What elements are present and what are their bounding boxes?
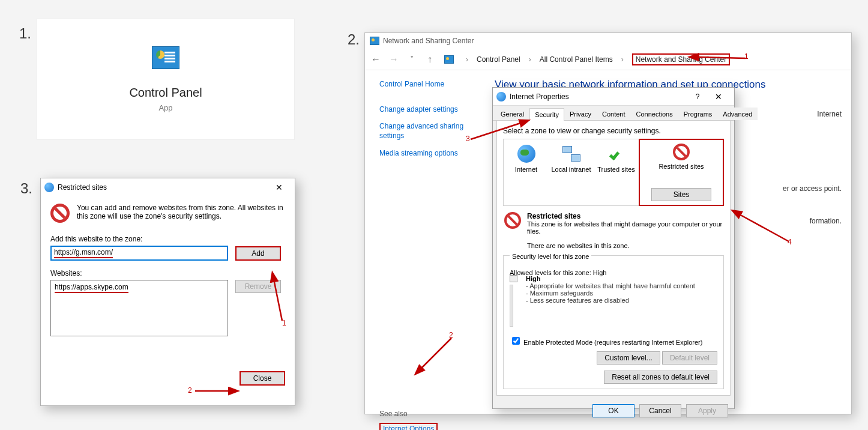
breadcrumb-icon bbox=[444, 55, 454, 64]
globe-icon bbox=[517, 145, 535, 163]
control-panel-tile[interactable]: Control Panel App bbox=[37, 19, 294, 139]
bullet: Maximum safeguards bbox=[526, 289, 695, 297]
step-3-label: 3. bbox=[20, 180, 32, 197]
add-button[interactable]: Add bbox=[235, 246, 281, 261]
apply-button[interactable]: Apply bbox=[686, 404, 728, 417]
dialog-description: You can add and remove websites from thi… bbox=[77, 204, 285, 223]
sidebar-advanced[interactable]: Change advanced sharing settings bbox=[379, 122, 479, 141]
sidebar-home[interactable]: Control Panel Home bbox=[379, 80, 479, 88]
security-level-legend: Security level for this zone bbox=[510, 253, 591, 260]
info-fragment: formation. bbox=[810, 217, 842, 225]
close-button[interactable]: Close bbox=[240, 371, 285, 386]
add-website-value: https://g.msn.com/ bbox=[54, 248, 113, 258]
websites-label: Websites: bbox=[50, 269, 285, 277]
security-slider[interactable] bbox=[510, 275, 517, 282]
restricted-description: This zone is for websites that might dam… bbox=[527, 220, 723, 235]
help-icon[interactable]: ? bbox=[689, 92, 707, 101]
tab-general[interactable]: General bbox=[495, 108, 529, 120]
cancel-button[interactable]: Cancel bbox=[639, 404, 681, 417]
zone-restricted[interactable]: Restricted sites Sites bbox=[639, 139, 724, 206]
internet-properties-dialog: Internet Properties ? ✕ General Security… bbox=[492, 87, 735, 409]
tile-title: Control Panel bbox=[129, 86, 202, 100]
control-panel-icon bbox=[370, 37, 379, 45]
sidebar-adapter[interactable]: Change adapter settings bbox=[379, 105, 479, 114]
check-icon bbox=[607, 145, 625, 163]
tab-connections[interactable]: Connections bbox=[630, 108, 678, 120]
nav-recent-icon[interactable]: ˅ bbox=[406, 55, 418, 64]
window-title: Network and Sharing Center bbox=[383, 37, 474, 45]
add-website-label: Add this website to the zone: bbox=[50, 235, 285, 243]
restricted-sites-dialog: Restricted sites ✕ You can add and remov… bbox=[40, 178, 295, 406]
nav-back-icon[interactable]: ← bbox=[370, 54, 382, 65]
restricted-empty: There are no websites in this zone. bbox=[527, 242, 723, 249]
add-website-input[interactable]: https://g.msn.com/ bbox=[50, 246, 228, 261]
window-title-bar: Network and Sharing Center bbox=[365, 33, 851, 49]
ok-button[interactable]: OK bbox=[592, 404, 634, 417]
tab-advanced[interactable]: Advanced bbox=[717, 108, 758, 120]
close-icon[interactable]: ✕ bbox=[707, 92, 731, 101]
close-icon[interactable]: ✕ bbox=[267, 183, 291, 192]
intranet-icon bbox=[562, 146, 580, 162]
protected-mode-label: Enable Protected Mode (requires restarti… bbox=[523, 339, 702, 346]
slider-track bbox=[510, 285, 513, 327]
restricted-icon bbox=[673, 144, 690, 160]
sidebar: Control Panel Home Change adapter settin… bbox=[365, 70, 485, 414]
globe-icon bbox=[44, 183, 54, 192]
sidebar-media[interactable]: Media streaming options bbox=[379, 149, 479, 157]
zone-row: Internet Local intranet Trusted sites Re… bbox=[503, 139, 724, 206]
zone-intranet[interactable]: Local intranet bbox=[549, 143, 594, 202]
restricted-heading: Restricted sites bbox=[527, 212, 723, 220]
zone-prompt: Select a zone to view or change security… bbox=[503, 127, 724, 135]
dialog-title: Internet Properties bbox=[510, 92, 569, 101]
list-item[interactable]: https://apps.skype.com bbox=[55, 283, 128, 293]
level-name: High bbox=[526, 275, 695, 282]
zone-internet[interactable]: Internet bbox=[504, 143, 549, 202]
titlebar: Restricted sites ✕ bbox=[41, 178, 295, 196]
bullet: Appropriate for websites that might have… bbox=[526, 282, 695, 289]
tab-programs[interactable]: Programs bbox=[678, 108, 718, 120]
tile-subtitle: App bbox=[158, 103, 172, 112]
restricted-icon bbox=[50, 204, 70, 223]
nav-up-icon[interactable]: ↑ bbox=[424, 54, 436, 65]
breadcrumb-root[interactable]: Control Panel bbox=[477, 55, 520, 64]
default-level-button[interactable]: Default level bbox=[662, 351, 717, 365]
security-level-group: Security level for this zone Allowed lev… bbox=[503, 255, 724, 389]
control-panel-icon bbox=[152, 46, 179, 69]
custom-level-button[interactable]: Custom level... bbox=[597, 351, 660, 365]
sidebar-internet-options[interactable]: Internet Options bbox=[379, 423, 438, 430]
sites-button[interactable]: Sites bbox=[651, 188, 711, 201]
bullet: Less secure features are disabled bbox=[526, 297, 695, 304]
tab-strip: General Security Privacy Content Connect… bbox=[493, 106, 734, 121]
tab-privacy[interactable]: Privacy bbox=[564, 108, 597, 120]
tab-security[interactable]: Security bbox=[529, 108, 564, 121]
websites-list[interactable]: https://apps.skype.com bbox=[50, 280, 228, 336]
reset-zones-button[interactable]: Reset all zones to default level bbox=[604, 371, 717, 384]
globe-icon bbox=[496, 92, 506, 101]
step-1-label: 1. bbox=[19, 25, 31, 42]
remove-button[interactable]: Remove bbox=[235, 280, 281, 293]
dialog-title: Restricted sites bbox=[58, 183, 107, 192]
restricted-icon bbox=[504, 212, 521, 229]
nav-forward-icon[interactable]: → bbox=[388, 54, 400, 65]
breadcrumb-mid[interactable]: All Control Panel Items bbox=[540, 55, 613, 64]
info-fragment: er or access point. bbox=[783, 184, 842, 193]
breadcrumb-leaf[interactable]: Network and Sharing Center bbox=[632, 53, 730, 65]
step-2-label: 2. bbox=[348, 31, 360, 48]
tab-content[interactable]: Content bbox=[597, 108, 631, 120]
nav-bar: ← → ˅ ↑ › Control Panel › All Control Pa… bbox=[365, 49, 851, 70]
internet-label: Internet bbox=[817, 110, 842, 118]
protected-mode-checkbox[interactable] bbox=[512, 337, 520, 345]
see-also-header: See also bbox=[379, 410, 479, 418]
zone-trusted[interactable]: Trusted sites bbox=[594, 143, 639, 202]
